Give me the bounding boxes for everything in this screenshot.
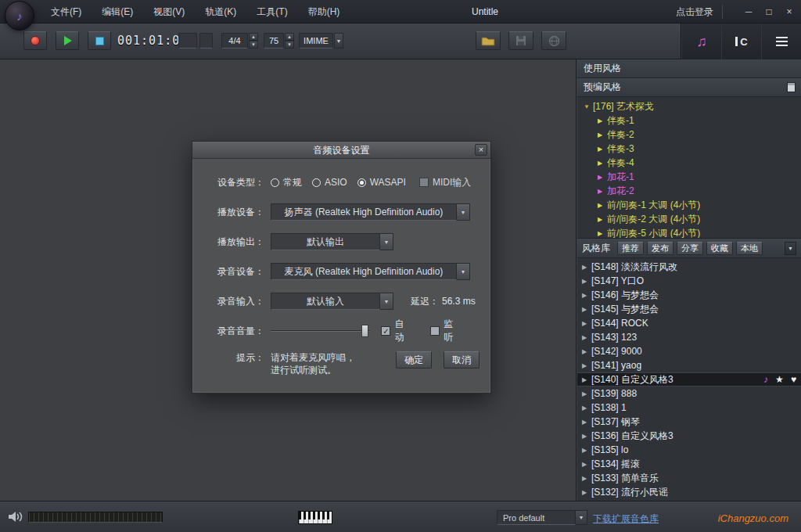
login-button[interactable]: 点击登录 <box>676 0 713 23</box>
spinner-down-icon[interactable]: ▼ <box>285 41 294 49</box>
expand-arrow-icon[interactable]: ▶ <box>582 348 591 355</box>
meter-field[interactable]: 4/4 <box>221 33 248 49</box>
expand-arrow-icon[interactable]: ▶ <box>582 334 591 341</box>
melody-mode-button[interactable]: ♫ <box>681 23 721 59</box>
device-type-radio[interactable]: 常规 <box>271 176 302 189</box>
style-library-item[interactable]: ▶ [S143] 123 ♪ ★ ♥ <box>577 330 801 344</box>
dialog-close-button[interactable]: × <box>475 144 487 156</box>
spinner-up-icon[interactable]: ▲ <box>249 33 258 41</box>
input-mode-dropdown[interactable]: ▼ <box>334 33 343 49</box>
device-type-radio[interactable]: WASAPI <box>357 177 406 188</box>
menu-item[interactable]: 帮助(H) <box>298 0 350 23</box>
style-library-item[interactable]: ▶ [S133] 简单音乐 ♪ ★ ♥ <box>577 471 801 485</box>
device-type-radio[interactable]: ASIO <box>312 177 347 188</box>
expand-arrow-icon[interactable]: ▶ <box>582 362 591 369</box>
tempo-spinner[interactable]: ▲ ▼ <box>285 33 294 49</box>
maximize-button[interactable]: □ <box>763 6 774 17</box>
library-tab[interactable]: 分享 <box>677 242 703 255</box>
library-tab[interactable]: 本地 <box>736 242 763 255</box>
minimize-button[interactable]: ─ <box>743 6 754 17</box>
chord-mode-button[interactable]: C <box>721 23 761 59</box>
input-mode-field[interactable]: IMIME <box>299 33 333 49</box>
style-library-item[interactable]: ▶ [S134] 摇滚 ♪ ★ ♥ <box>577 457 801 471</box>
style-library-item[interactable]: ▶ [S147] Y口O ♪ ★ ♥ <box>577 274 801 288</box>
style-part-item[interactable]: ▶ 前/间奏-1 大调 (4小节) <box>577 198 801 212</box>
expand-arrow-icon[interactable]: ▶ <box>598 117 607 124</box>
style-part-item[interactable]: ▶ 伴奏-1 <box>577 113 801 128</box>
save-button[interactable] <box>508 31 533 50</box>
library-tab[interactable]: 收藏 <box>706 242 733 255</box>
expand-arrow-icon[interactable]: ▶ <box>582 376 591 383</box>
style-part-item[interactable]: ▶ 伴奏-2 <box>577 128 801 142</box>
ok-button[interactable]: 确定 <box>396 351 432 368</box>
expand-arrow-icon[interactable]: ▶ <box>598 131 607 138</box>
mini-piano[interactable] <box>298 511 332 524</box>
open-file-button[interactable] <box>476 31 501 50</box>
menu-item[interactable]: 文件(F) <box>41 0 92 23</box>
record-button[interactable] <box>23 31 47 50</box>
rec-input-select[interactable]: 默认输入 ▼ <box>271 293 393 310</box>
expand-arrow-icon[interactable]: ▶ <box>582 404 591 412</box>
download-soundbank-link[interactable]: 下载扩展音色库 <box>593 512 659 526</box>
expand-arrow-icon[interactable]: ▶ <box>582 461 591 468</box>
auto-checkbox[interactable]: ✓ 自动 <box>381 318 413 344</box>
play-device-select[interactable]: 扬声器 (Realtek High Definition Audio) ▼ <box>271 203 470 221</box>
style-part-item[interactable]: ▶ 加花-1 <box>577 170 801 184</box>
expand-arrow-icon[interactable]: ▶ <box>582 278 591 285</box>
close-button[interactable]: × <box>784 6 795 17</box>
chevron-down-icon[interactable]: ▼ <box>457 263 470 280</box>
star-icon[interactable]: ★ <box>775 374 784 385</box>
expand-arrow-icon[interactable]: ▶ <box>582 475 591 482</box>
style-library-item[interactable]: ▶ [S144] ROCK ♪ ★ ♥ <box>577 316 801 330</box>
tracklist-button[interactable] <box>761 23 801 59</box>
style-tree-root[interactable]: ▼ [176] 艺术探戈 <box>577 99 801 113</box>
menu-item[interactable]: 编辑(E) <box>92 0 143 23</box>
document-icon[interactable] <box>787 82 796 92</box>
rec-device-select[interactable]: 麦克风 (Realtek High Definition Audio) ▼ <box>271 263 470 280</box>
style-part-item[interactable]: ▶ 加花-2 <box>577 184 801 198</box>
expand-arrow-icon[interactable]: ▶ <box>582 419 591 426</box>
style-part-item[interactable]: ▶ 伴奏-4 <box>577 156 801 170</box>
cancel-button[interactable]: 取消 <box>444 351 480 368</box>
style-library-item[interactable]: ▶ [S148] 淡淡流行风改 ♪ ★ ♥ <box>577 260 801 274</box>
menu-item[interactable]: 工具(T) <box>246 0 297 23</box>
style-library-item[interactable]: ▶ [S132] 流行小民谣 ♪ ★ ♥ <box>577 485 801 499</box>
style-library-item[interactable]: ▶ [S137] 钢琴 ♪ ★ ♥ <box>577 415 801 429</box>
expand-arrow-icon[interactable]: ▶ <box>598 174 607 181</box>
soundfont-select[interactable]: Pro default ▼ <box>497 510 587 525</box>
chevron-down-icon[interactable]: ▼ <box>380 233 393 250</box>
library-tab[interactable]: 推荐 <box>617 242 644 255</box>
style-library-item[interactable]: ▶ [S142] 9000 ♪ ★ ♥ <box>577 344 801 358</box>
style-part-item[interactable]: ▶ 前/间奏-2 大调 (4小节) <box>577 212 801 226</box>
expand-arrow-icon[interactable]: ▶ <box>598 160 607 167</box>
expand-arrow-icon[interactable]: ▶ <box>582 489 591 496</box>
spinner-down-icon[interactable]: ▼ <box>249 41 258 49</box>
library-menu-button[interactable]: ▼ <box>785 242 796 255</box>
expand-arrow-icon[interactable]: ▶ <box>598 188 607 195</box>
style-library-item[interactable]: ▶ [S140] 自定义风格3 ♪ ★ ♥ <box>577 372 801 386</box>
style-library-item[interactable]: ▶ [S141] yaog ♪ ★ ♥ <box>577 358 801 372</box>
expand-arrow-icon[interactable]: ▶ <box>598 146 607 153</box>
spinner-up-icon[interactable]: ▲ <box>285 33 294 41</box>
menu-item[interactable]: 视图(V) <box>143 0 195 23</box>
speaker-icon[interactable] <box>8 510 23 523</box>
collapse-arrow-icon[interactable]: ▼ <box>584 103 593 110</box>
library-tab[interactable]: 发布 <box>647 242 673 255</box>
monitor-checkbox[interactable]: 监听 <box>430 318 462 344</box>
expand-arrow-icon[interactable]: ▶ <box>582 447 591 454</box>
style-library-item[interactable]: ▶ [S139] 888 ♪ ★ ♥ <box>577 386 801 401</box>
expand-arrow-icon[interactable]: ▶ <box>598 202 607 209</box>
play-output-select[interactable]: 默认输出 ▼ <box>271 233 393 250</box>
expand-arrow-icon[interactable]: ▶ <box>582 292 591 299</box>
expand-arrow-icon[interactable]: ▶ <box>582 390 591 397</box>
tempo-field[interactable]: 75 <box>264 33 284 49</box>
style-library-item[interactable]: ▶ [S138] 1 ♪ ★ ♥ <box>577 401 801 415</box>
chevron-down-icon[interactable]: ▼ <box>380 293 393 310</box>
style-library-item[interactable]: ▶ [S146] 与梦想会 ♪ ★ ♥ <box>577 288 801 302</box>
expand-arrow-icon[interactable]: ▶ <box>598 230 607 237</box>
expand-arrow-icon[interactable]: ▶ <box>582 264 591 271</box>
volume-slider[interactable] <box>271 325 370 337</box>
midi-input-checkbox[interactable]: MIDI输入 <box>419 176 471 189</box>
meter-spinner[interactable]: ▲ ▼ <box>249 33 258 49</box>
chevron-down-icon[interactable]: ▼ <box>457 203 470 221</box>
